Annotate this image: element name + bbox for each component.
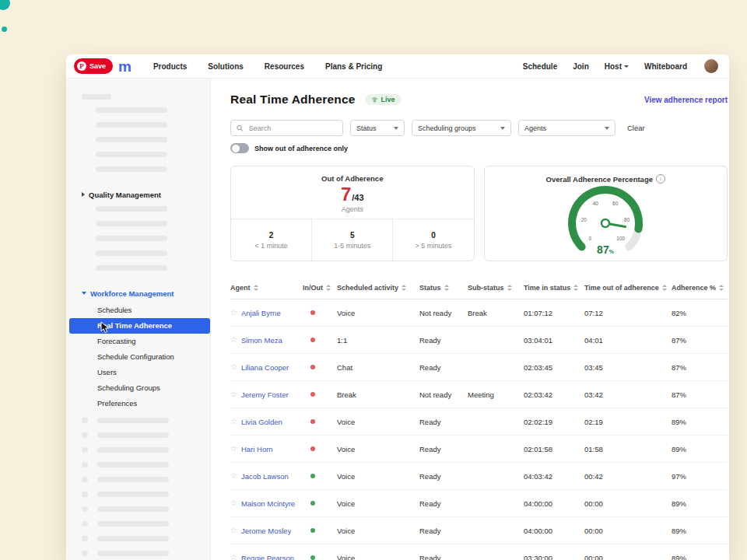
nav-schedule[interactable]: Schedule bbox=[523, 62, 557, 71]
agents-dropdown[interactable]: Agents bbox=[518, 120, 615, 136]
view-adherence-report-link[interactable]: View adherence report bbox=[644, 96, 728, 104]
skeleton-bar bbox=[97, 418, 169, 423]
adherence-percent-cell: 97% bbox=[672, 472, 728, 481]
scheduled-activity-cell: Voice bbox=[337, 554, 419, 560]
breakdown-value: 2 bbox=[269, 231, 274, 240]
time-out-of-adherence-cell: 00:00 bbox=[584, 527, 672, 535]
star-icon[interactable]: ☆ bbox=[230, 445, 237, 453]
pinterest-save-button[interactable]: P Save bbox=[74, 58, 113, 74]
inout-cell bbox=[303, 310, 337, 315]
card-title: Out of Adherence bbox=[321, 174, 383, 183]
brand-logo[interactable]: m bbox=[118, 59, 132, 74]
sidebar-skeleton-row bbox=[82, 432, 210, 438]
nav-products[interactable]: Products bbox=[153, 62, 187, 71]
adherence-percent-cell: 82% bbox=[672, 309, 728, 317]
nav-host[interactable]: Host bbox=[605, 62, 629, 71]
star-icon[interactable]: ☆ bbox=[230, 472, 237, 480]
sidebar-skeleton-row bbox=[82, 477, 210, 482]
sidebar-item-schedules[interactable]: Schedules bbox=[66, 303, 210, 318]
column-header[interactable]: Time in status bbox=[524, 284, 584, 292]
agent-name-link[interactable]: Anjali Byrne bbox=[241, 309, 281, 317]
status-cell: Ready bbox=[419, 418, 468, 426]
agent-name-link[interactable]: Simon Meza bbox=[241, 336, 282, 345]
sort-icon[interactable] bbox=[444, 285, 449, 291]
agent-name-link[interactable]: Jeremy Foster bbox=[241, 390, 289, 399]
app-window: P Save m Products Solutions Resources Pl… bbox=[66, 54, 729, 560]
sort-icon[interactable] bbox=[662, 285, 667, 291]
star-icon[interactable]: ☆ bbox=[230, 527, 237, 534]
star-icon[interactable]: ☆ bbox=[230, 554, 237, 560]
column-label: In/Out bbox=[303, 284, 323, 292]
scheduled-activity-cell: Voice bbox=[337, 527, 419, 535]
nav-plans-pricing[interactable]: Plans & Pricing bbox=[325, 62, 382, 71]
sidebar: Quality Management Workforce Management … bbox=[66, 79, 211, 560]
star-icon[interactable]: ☆ bbox=[230, 336, 237, 344]
adherence-percent-cell: 89% bbox=[672, 445, 728, 453]
agent-name-link[interactable]: Liliana Cooper bbox=[241, 363, 289, 372]
skeleton-tick bbox=[82, 521, 88, 527]
column-header[interactable]: Sub-status bbox=[468, 284, 524, 292]
column-header[interactable]: Status bbox=[419, 284, 468, 292]
agent-name-link[interactable]: Livia Golden bbox=[241, 418, 282, 426]
agent-name-link[interactable]: Jerome Mosley bbox=[241, 527, 291, 535]
breakdown-label: 1-5 minutes bbox=[334, 242, 370, 250]
top-navbar: P Save m Products Solutions Resources Pl… bbox=[66, 54, 729, 79]
star-icon[interactable]: ☆ bbox=[230, 363, 237, 371]
agent-name-link[interactable]: Maison Mcintyre bbox=[241, 499, 295, 508]
table-row: ☆ Jerome Mosley Voice Ready 04:00:00 00:… bbox=[230, 517, 728, 544]
nav-solutions[interactable]: Solutions bbox=[208, 62, 244, 71]
agent-name-link[interactable]: Hari Horn bbox=[241, 445, 273, 453]
sort-icon[interactable] bbox=[402, 285, 406, 291]
sidebar-item-scheduling-groups[interactable]: Scheduling Groups bbox=[66, 380, 210, 396]
clear-filters-button[interactable]: Clear bbox=[627, 124, 645, 132]
skeleton-bar bbox=[96, 152, 167, 157]
sort-icon[interactable] bbox=[507, 285, 512, 291]
chevron-down-icon bbox=[624, 65, 629, 68]
inout-cell bbox=[303, 392, 337, 397]
breakdown-under-1-minute: 2 < 1 minute bbox=[231, 219, 311, 261]
dropdown-label: Agents bbox=[524, 124, 546, 132]
out-of-adherence-total: /43 bbox=[352, 194, 363, 204]
sort-icon[interactable] bbox=[326, 285, 331, 291]
agent-name-link[interactable]: Jacob Lawson bbox=[241, 472, 289, 481]
star-icon[interactable]: ☆ bbox=[230, 390, 237, 398]
sidebar-item-users[interactable]: Users bbox=[66, 365, 210, 380]
agent-name-link[interactable]: Reggie Pearson bbox=[241, 554, 294, 560]
inout-cell bbox=[303, 338, 337, 342]
nav-join[interactable]: Join bbox=[573, 62, 589, 71]
skeleton-tick bbox=[82, 447, 88, 453]
column-header[interactable]: Time out of adherence bbox=[584, 284, 672, 292]
column-header[interactable]: Agent bbox=[230, 284, 303, 292]
sort-icon[interactable] bbox=[254, 285, 258, 291]
agent-cell: ☆ Liliana Cooper bbox=[230, 363, 303, 372]
sort-icon[interactable] bbox=[719, 285, 724, 291]
nav-resources[interactable]: Resources bbox=[265, 62, 304, 71]
skeleton-bar bbox=[97, 462, 169, 467]
star-icon[interactable]: ☆ bbox=[230, 309, 237, 317]
chevron-down-icon bbox=[500, 127, 505, 130]
sort-icon[interactable] bbox=[573, 285, 578, 291]
column-header[interactable]: Scheduled activity bbox=[337, 284, 419, 292]
star-icon[interactable]: ☆ bbox=[230, 418, 237, 425]
nav-whiteboard[interactable]: Whiteboard bbox=[644, 62, 687, 71]
search-input[interactable] bbox=[247, 124, 337, 133]
sidebar-item-forecasting[interactable]: Forecasting bbox=[66, 334, 210, 349]
out-of-adherence-toggle[interactable] bbox=[230, 143, 249, 153]
column-header[interactable]: In/Out bbox=[303, 284, 337, 292]
sidebar-item-preferences[interactable]: Preferences bbox=[66, 396, 210, 411]
user-avatar[interactable] bbox=[704, 59, 718, 73]
status-cell: Ready bbox=[419, 527, 468, 535]
sidebar-section-workforce-management[interactable]: Workforce Management bbox=[82, 289, 210, 298]
scheduling-groups-dropdown[interactable]: Scheduling groups bbox=[412, 120, 511, 136]
column-header[interactable]: Adherence % bbox=[672, 284, 728, 292]
status-dropdown[interactable]: Status bbox=[350, 120, 405, 136]
sidebar-section-quality-management[interactable]: Quality Management bbox=[82, 190, 210, 199]
skeleton-tick bbox=[82, 536, 88, 541]
sidebar-item-schedule-configuration[interactable]: Schedule Configuration bbox=[66, 349, 210, 365]
sidebar-skeleton-row bbox=[82, 418, 210, 423]
inout-dot bbox=[310, 392, 315, 397]
sidebar-item-real-time-adherence[interactable]: Real Time Adherence bbox=[69, 318, 210, 334]
star-icon[interactable]: ☆ bbox=[230, 499, 237, 507]
sidebar-skeleton-row bbox=[82, 551, 210, 556]
table-row: ☆ Jacob Lawson Voice Ready 04:03:42 00:4… bbox=[230, 463, 728, 490]
